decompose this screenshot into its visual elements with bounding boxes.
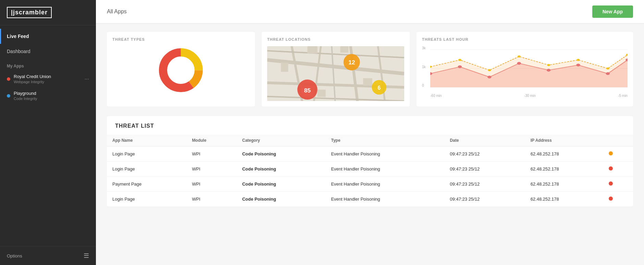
status-dot xyxy=(609,166,613,171)
line-chart-svg xyxy=(430,46,628,91)
topbar: All Apps New App xyxy=(96,0,644,24)
threat-table-header: App Name Module Category Type Date IP Ad… xyxy=(107,135,633,147)
threat-types-body xyxy=(112,46,249,94)
sidebar-app-playground[interactable]: Playground Code Integrity xyxy=(0,87,96,104)
app-info: Royal Credit Union Webpage Integrity xyxy=(14,74,82,84)
svg-point-42 xyxy=(518,55,521,58)
threats-last-hour-title: THREATS LAST HOUR xyxy=(422,37,628,41)
content-area: THREAT TYPES xyxy=(96,24,644,215)
svg-text:6: 6 xyxy=(377,85,381,91)
td-status xyxy=(603,177,633,192)
sidebar-navigation: Live Feed Dashboard My Apps Royal Credit… xyxy=(0,25,96,246)
table-row[interactable]: Login Page WPI Code Poisoning Event Hand… xyxy=(107,147,633,162)
page-title: All Apps xyxy=(107,9,127,15)
threat-locations-body: 12 85 6 xyxy=(267,46,404,101)
col-app-name: App Name xyxy=(107,135,186,147)
td-ip: 62.48.252.178 xyxy=(525,192,603,207)
td-category: Code Poisoning xyxy=(237,177,325,192)
threat-list-title: THREAT LIST xyxy=(107,116,633,135)
threat-locations-widget: THREAT LOCATIONS xyxy=(262,32,410,106)
app-dot-red xyxy=(7,77,10,81)
svg-point-37 xyxy=(606,72,610,75)
status-dot xyxy=(609,181,613,186)
svg-point-32 xyxy=(458,65,462,68)
app-info-2: Playground Code Integrity xyxy=(14,91,89,101)
svg-point-36 xyxy=(576,64,580,66)
threats-chart-body: 3k 1k 0 xyxy=(422,46,628,98)
my-apps-label: My Apps xyxy=(0,59,96,71)
td-module: WPI xyxy=(186,177,237,192)
td-date: 09:47:23 25/12 xyxy=(444,192,525,207)
td-category: Code Poisoning xyxy=(237,147,325,162)
widgets-row: THREAT TYPES xyxy=(107,32,633,106)
td-module: WPI xyxy=(186,147,237,162)
logo: |jscrambler xyxy=(7,7,52,18)
x-axis-labels: -60 min -30 min -5 min xyxy=(430,94,628,98)
td-module: WPI xyxy=(186,192,237,207)
status-dot xyxy=(609,151,613,155)
table-row[interactable]: Login Page WPI Code Poisoning Event Hand… xyxy=(107,192,633,207)
sidebar-app-royal-credit-union[interactable]: Royal Credit Union Webpage Integrity ··· xyxy=(0,71,96,87)
new-app-button[interactable]: New App xyxy=(592,5,633,18)
col-module: Module xyxy=(186,135,237,147)
hamburger-icon: ☰ xyxy=(84,252,89,260)
col-ip: IP Address xyxy=(525,135,603,147)
td-category: Code Poisoning xyxy=(237,192,325,207)
sidebar-logo: |jscrambler xyxy=(0,0,96,25)
app-more-icon[interactable]: ··· xyxy=(82,76,89,82)
map-svg: 12 85 6 xyxy=(267,46,404,101)
sidebar-item-dashboard[interactable]: Dashboard xyxy=(0,44,96,59)
threat-table: App Name Module Category Type Date IP Ad… xyxy=(107,135,633,206)
td-ip: 62.48.252.178 xyxy=(525,162,603,177)
td-date: 09:47:23 25/12 xyxy=(444,177,525,192)
svg-point-45 xyxy=(606,67,609,70)
table-row[interactable]: Login Page WPI Code Poisoning Event Hand… xyxy=(107,162,633,177)
svg-text:85: 85 xyxy=(304,87,311,94)
threat-list-section: THREAT LIST App Name Module Category Typ… xyxy=(107,116,633,206)
td-module: WPI xyxy=(186,162,237,177)
td-app-name: Login Page xyxy=(107,147,186,162)
td-type: Event Handler Poisoning xyxy=(325,162,444,177)
svg-rect-15 xyxy=(307,46,317,53)
td-date: 09:47:23 25/12 xyxy=(444,147,525,162)
svg-point-40 xyxy=(458,59,461,61)
svg-point-4 xyxy=(168,57,194,83)
threat-locations-title: THREAT LOCATIONS xyxy=(267,37,404,41)
svg-rect-18 xyxy=(363,78,372,85)
svg-rect-17 xyxy=(281,63,288,72)
td-status xyxy=(603,147,633,162)
svg-point-44 xyxy=(577,59,580,61)
svg-point-33 xyxy=(487,76,492,78)
threat-types-widget: THREAT TYPES xyxy=(107,32,255,106)
status-dot xyxy=(609,197,613,201)
td-ip: 62.48.252.178 xyxy=(525,147,603,162)
chart-wrapper: 3k 1k 0 xyxy=(422,46,628,98)
td-type: Event Handler Poisoning xyxy=(325,192,444,207)
td-status xyxy=(603,162,633,177)
td-date: 09:47:23 25/12 xyxy=(444,162,525,177)
svg-point-34 xyxy=(517,62,521,65)
td-app-name: Login Page xyxy=(107,192,186,207)
threat-table-body: Login Page WPI Code Poisoning Event Hand… xyxy=(107,147,633,207)
threats-last-hour-widget: THREATS LAST HOUR 3k 1k 0 xyxy=(417,32,633,106)
col-type: Type xyxy=(325,135,444,147)
col-date: Date xyxy=(444,135,525,147)
threat-types-title: THREAT TYPES xyxy=(112,37,249,41)
donut-svg xyxy=(157,46,205,94)
options-footer[interactable]: Options ☰ xyxy=(0,246,96,265)
td-type: Event Handler Poisoning xyxy=(325,177,444,192)
svg-point-35 xyxy=(547,69,551,72)
svg-text:12: 12 xyxy=(348,59,355,66)
table-header-row: App Name Module Category Type Date IP Ad… xyxy=(107,135,633,147)
td-ip: 62.48.252.178 xyxy=(525,177,603,192)
sidebar-item-live-feed[interactable]: Live Feed xyxy=(0,29,96,44)
svg-rect-16 xyxy=(340,46,348,53)
table-row[interactable]: Payment Page WPI Code Poisoning Event Ha… xyxy=(107,177,633,192)
app-dot-blue xyxy=(7,94,10,98)
td-app-name: Payment Page xyxy=(107,177,186,192)
td-type: Event Handler Poisoning xyxy=(325,147,444,162)
y-axis-labels: 3k 1k 0 xyxy=(422,46,430,87)
sidebar: |jscrambler Live Feed Dashboard My Apps … xyxy=(0,0,96,265)
svg-point-41 xyxy=(488,69,491,71)
col-category: Category xyxy=(237,135,325,147)
